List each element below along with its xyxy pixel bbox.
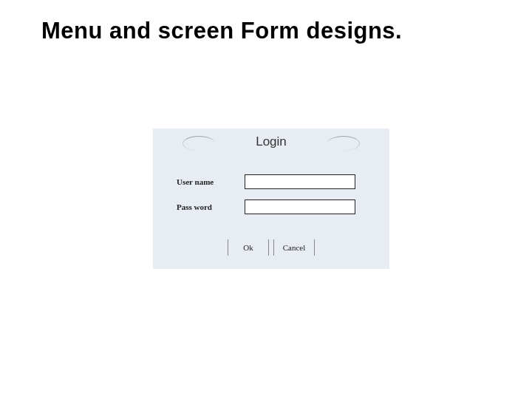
login-panel: Login User name Pass word Ok Cancel (153, 129, 389, 269)
page-title: Menu and screen Form designs. (41, 18, 402, 44)
username-input[interactable] (245, 174, 355, 189)
login-header: Login (153, 134, 389, 149)
ok-button[interactable]: Ok (228, 239, 269, 256)
button-row: Ok Cancel (153, 239, 389, 256)
cancel-button[interactable]: Cancel (273, 239, 315, 256)
username-row: User name (177, 174, 355, 189)
password-input[interactable] (245, 200, 355, 214)
password-row: Pass word (177, 200, 355, 214)
username-label: User name (177, 177, 245, 186)
password-label: Pass word (177, 202, 245, 211)
